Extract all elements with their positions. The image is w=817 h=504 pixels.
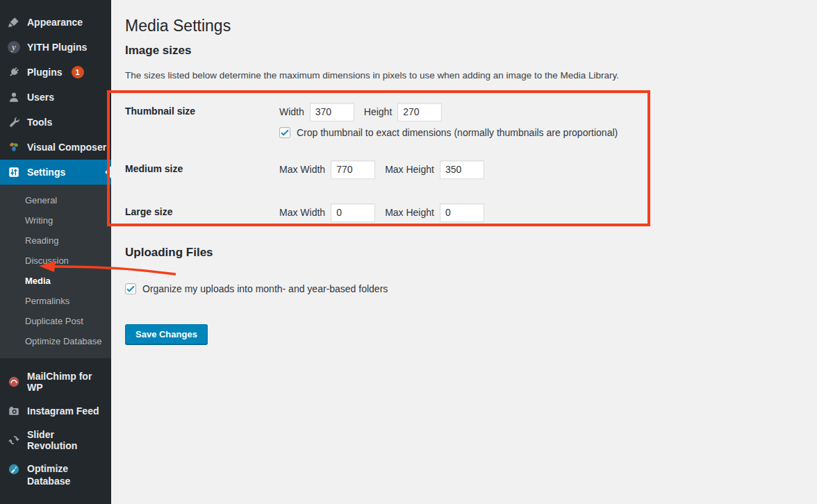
sidebar-item-mailchimp[interactable]: MailChimp for WP [0,365,111,398]
submenu-item-media[interactable]: Media [0,271,111,291]
thumbnail-width-input[interactable] [310,103,354,121]
sidebar-item-label: Settings [27,167,65,178]
thumbnail-height-label: Height [364,106,392,117]
submenu-item-discussion[interactable]: Discussion [0,251,111,271]
thumbnail-height-input[interactable] [397,103,442,121]
sidebar-item-users[interactable]: Users [0,85,111,110]
plugins-update-badge: 1 [72,66,84,78]
sidebar-item-label: Plugins [27,67,63,78]
settings-sliders-icon [7,165,21,179]
sidebar-item-settings[interactable]: Settings [0,160,111,185]
medium-max-height-input[interactable] [440,160,484,179]
camera-icon [7,404,21,418]
wordpress-admin-page: Appearance y YITH Plugins Plugins 1 User… [0,0,817,504]
medium-max-width-input[interactable] [331,160,375,179]
sidebar-item-label: Users [27,92,54,103]
sidebar-item-label: MailChimp for WP [27,371,107,393]
crop-thumbnail-label: Crop thumbnail to exact dimensions (norm… [297,127,618,138]
settings-submenu: General Writing Reading Discussion Media… [0,185,111,358]
sidebar-item-label: Optimize Database [27,462,79,487]
organize-uploads-checkbox[interactable] [125,283,136,294]
large-size-row: Large size Max Width Max Height [125,203,803,222]
sidebar-item-label: Slider Revolution [27,429,107,451]
submenu-item-reading[interactable]: Reading [0,230,111,251]
medium-size-row: Medium size Max Width Max Height [125,160,803,179]
submenu-item-general[interactable]: General [0,190,111,210]
medium-size-label: Medium size [125,160,279,179]
large-max-height-input[interactable] [440,203,484,222]
large-max-height-label: Max Height [385,207,434,218]
admin-sidebar: Appearance y YITH Plugins Plugins 1 User… [0,0,111,504]
settings-content: Media Settings Image sizes The sizes lis… [111,0,817,504]
plugin-icon [7,65,21,79]
broom-icon [7,462,21,476]
sidebar-item-label: Tools [27,117,52,128]
mailchimp-icon [7,375,21,389]
wrench-icon [7,115,21,129]
submenu-item-permalinks[interactable]: Permalinks [0,291,111,311]
uploading-files-heading: Uploading Files [125,246,803,259]
checkmark-icon [280,128,290,137]
thumbnail-size-label: Thumbnail size [125,102,279,140]
sidebar-item-slider-revolution[interactable]: Slider Revolution [0,423,111,457]
organize-uploads-row: Organize my uploads into month- and year… [125,283,803,294]
sidebar-item-optimize-database-plugin[interactable]: Optimize Database [0,457,83,493]
refresh-arrows-icon [7,433,21,447]
image-sizes-heading: Image sizes [125,44,803,57]
submenu-item-optimize-database[interactable]: Optimize Database [0,331,111,351]
organize-uploads-label: Organize my uploads into month- and year… [142,283,388,294]
large-max-width-input[interactable] [331,203,375,222]
large-max-width-label: Max Width [279,207,325,218]
image-sizes-description: The sizes listed below determine the max… [125,69,803,81]
sidebar-item-visual-composer[interactable]: Visual Composer [0,135,111,160]
sidebar-item-label: YITH Plugins [27,42,87,53]
yith-icon: y [7,40,21,54]
submenu-item-writing[interactable]: Writing [0,210,111,230]
users-icon [7,90,21,104]
visual-composer-icon [7,140,21,154]
medium-max-height-label: Max Height [385,164,434,175]
submenu-item-duplicate-post[interactable]: Duplicate Post [0,311,111,331]
sidebar-item-instagram-feed[interactable]: Instagram Feed [0,398,111,423]
brush-icon [7,15,21,29]
sidebar-item-tools[interactable]: Tools [0,110,111,135]
page-title: Media Settings [125,17,803,35]
checkmark-icon [126,284,135,294]
thumbnail-size-row: Thumbnail size Width Height Crop thumbna… [125,102,803,140]
sidebar-item-yith-plugins[interactable]: y YITH Plugins [0,35,111,60]
large-size-label: Large size [125,203,279,222]
sidebar-item-plugins[interactable]: Plugins 1 [0,60,111,85]
sidebar-item-label: Appearance [27,17,83,28]
sidebar-item-appearance[interactable]: Appearance [0,10,111,35]
sidebar-item-label: Instagram Feed [27,405,99,417]
thumbnail-width-label: Width [279,106,304,117]
sidebar-item-label: Visual Composer [27,142,106,153]
save-changes-button[interactable]: Save Changes [125,324,208,344]
medium-max-width-label: Max Width [279,164,325,175]
crop-thumbnail-checkbox[interactable] [279,127,290,138]
